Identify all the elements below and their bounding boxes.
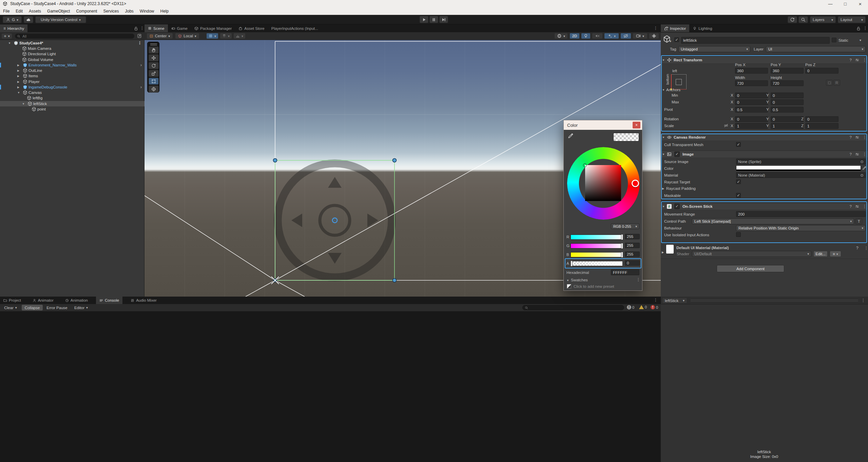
palette-drag-handle[interactable] xyxy=(150,43,157,44)
tree-item-prefab[interactable]: ▶ IngameDebugConsole › xyxy=(0,84,144,90)
presets-icon[interactable] xyxy=(855,152,859,156)
foldout-icon[interactable]: ▶ xyxy=(662,187,664,190)
tree-item-selected[interactable]: ▼leftStick xyxy=(0,101,144,106)
tree-item[interactable]: Global Volume xyxy=(0,57,144,62)
foldout-icon[interactable]: ▼ xyxy=(566,279,569,282)
foldout-icon[interactable]: ▼ xyxy=(662,59,665,62)
b-slider-thumb[interactable] xyxy=(621,252,623,258)
rotate-tool-button[interactable] xyxy=(149,62,159,69)
component-enabled-checkbox[interactable]: ✓ xyxy=(674,152,680,157)
blueprint-mode-button[interactable] xyxy=(826,80,833,86)
layers-dropdown[interactable]: Layers ▾ xyxy=(810,16,836,23)
kebab-icon[interactable]: ⋮ xyxy=(863,26,867,31)
tree-item-prefab[interactable]: ▶ Environment_Narrow_Walls › xyxy=(0,62,144,68)
g-value-field[interactable]: 255 xyxy=(625,243,640,248)
kebab-icon[interactable]: ⋮ xyxy=(863,204,867,209)
menu-component[interactable]: Component xyxy=(73,8,100,15)
cloud-button[interactable] xyxy=(24,16,33,23)
anchor-preset-widget[interactable] xyxy=(671,74,687,89)
add-component-button[interactable]: Add Component xyxy=(717,265,784,272)
tab-hierarchy[interactable]: ≡ Hierarchy xyxy=(0,24,27,32)
camera-settings-button[interactable]: ▾ xyxy=(633,33,648,39)
tab-package-manager[interactable]: Package Manager xyxy=(191,24,235,32)
console-search[interactable] xyxy=(522,305,624,310)
foldout-icon[interactable]: ▶ xyxy=(17,69,22,72)
a-slider-thumb[interactable] xyxy=(571,261,573,266)
scene-picker-icon[interactable] xyxy=(137,34,142,38)
menu-help[interactable]: Help xyxy=(157,8,172,15)
help-icon[interactable]: ? xyxy=(850,204,852,208)
movement-range-field[interactable]: 200 xyxy=(736,211,866,217)
kebab-icon[interactable]: ⋮ xyxy=(138,41,144,45)
saturation-value-square[interactable] xyxy=(585,165,621,201)
preview-selector-dropdown[interactable]: leftStick ▾ xyxy=(662,298,687,303)
menu-assets[interactable]: Assets xyxy=(26,8,44,15)
add-object-button[interactable]: + ▾ xyxy=(1,33,12,39)
control-path-text-button[interactable]: T xyxy=(855,218,862,224)
tab-lighting[interactable]: Lighting xyxy=(689,24,715,32)
tab-scene[interactable]: Scene xyxy=(144,24,168,32)
tab-game[interactable]: Game xyxy=(168,24,191,32)
anchor-max-x-field[interactable]: 0 xyxy=(735,99,768,105)
shader-edit-button[interactable]: Edit... xyxy=(813,251,828,257)
pivot-y-field[interactable]: 0.5 xyxy=(771,107,804,113)
console-info-counter[interactable]: ! 0 xyxy=(627,305,634,309)
foldout-icon[interactable]: ▼ xyxy=(662,153,665,156)
foldout-icon[interactable]: ▼ xyxy=(662,205,665,208)
hand-tool-button[interactable] xyxy=(149,46,159,54)
tab-player-input-actions[interactable]: PlayerInputActions (Input... xyxy=(268,24,322,32)
presets-icon[interactable] xyxy=(855,135,859,139)
hex-field[interactable]: FFFFFF xyxy=(611,269,639,275)
2d-toggle[interactable]: 2D xyxy=(570,33,580,39)
raycast-target-checkbox[interactable]: ✓ xyxy=(736,179,741,184)
anchor-min-y-field[interactable]: 0 xyxy=(771,93,804,98)
shading-mode-button[interactable]: ▾ xyxy=(554,33,568,39)
effects-toggle[interactable]: ▾ xyxy=(604,33,619,39)
gizmos-button[interactable] xyxy=(649,33,659,39)
tree-item[interactable]: ▶OutLine xyxy=(0,68,144,73)
kebab-icon[interactable]: ⋮ xyxy=(864,246,868,250)
color-window-titlebar[interactable]: Color × xyxy=(564,120,642,130)
gameobject-name-field[interactable] xyxy=(681,37,830,44)
menu-edit[interactable]: Edit xyxy=(13,8,26,15)
scale-tool-button[interactable] xyxy=(149,70,159,77)
undo-history-button[interactable] xyxy=(788,16,797,23)
help-icon[interactable]: ? xyxy=(850,135,852,139)
help-icon[interactable]: ? xyxy=(850,152,852,156)
kebab-icon[interactable]: ⋮ xyxy=(863,135,867,140)
tag-dropdown[interactable]: Untagged ▾ xyxy=(678,46,750,52)
console-collapse-button[interactable]: Collapse xyxy=(22,305,43,310)
foldout-icon[interactable]: ▼ xyxy=(17,91,22,94)
rotation-y-field[interactable]: 0 xyxy=(771,116,804,122)
kebab-icon[interactable]: ⋮ xyxy=(863,58,867,62)
prefab-open-arrow[interactable]: › xyxy=(140,63,144,67)
lock-icon[interactable] xyxy=(134,26,138,31)
anchor-max-y-field[interactable]: 0 xyxy=(771,99,804,105)
transform-tool-button[interactable] xyxy=(149,85,159,93)
audio-toggle[interactable] xyxy=(592,33,603,39)
on-screen-stick-header[interactable]: ▼ # ✓ On-Screen Stick ?⋮ xyxy=(661,203,868,210)
object-picker-icon[interactable]: ⊙ xyxy=(860,159,864,164)
height-field[interactable]: 720 xyxy=(771,80,804,86)
console-error-pause-button[interactable]: Error Pause xyxy=(44,305,70,310)
tree-item[interactable]: point xyxy=(0,106,144,112)
tree-item[interactable]: Main Camera xyxy=(0,46,144,51)
rotation-z-field[interactable]: 0 xyxy=(805,116,838,122)
menu-gameobject[interactable]: GameObject xyxy=(44,8,73,15)
color-window-close-button[interactable]: × xyxy=(633,122,640,128)
pos-z-field[interactable]: 0 xyxy=(805,68,838,74)
tree-item[interactable]: ▼Canvas xyxy=(0,90,144,95)
palette-drag-handle[interactable] xyxy=(150,45,157,45)
scale-y-field[interactable]: 1 xyxy=(771,123,804,129)
hierarchy-search[interactable] xyxy=(15,34,134,39)
shader-menu-button[interactable]: ≡ ▾ xyxy=(830,251,841,257)
lighting-toggle[interactable] xyxy=(581,33,591,39)
console-search-input[interactable] xyxy=(529,305,616,310)
foldout-icon[interactable]: ▶ xyxy=(17,64,22,67)
shader-dropdown[interactable]: UI/Default ▾ xyxy=(692,251,811,257)
tab-console[interactable]: Console xyxy=(96,297,122,304)
raw-edit-button[interactable]: R xyxy=(833,80,840,86)
console-warning-counter[interactable]: 0 xyxy=(639,305,647,309)
control-path-dropdown[interactable]: Left Stick [Gamepad] ▾ xyxy=(692,218,854,224)
kebab-icon[interactable]: ⋮ xyxy=(636,277,640,282)
